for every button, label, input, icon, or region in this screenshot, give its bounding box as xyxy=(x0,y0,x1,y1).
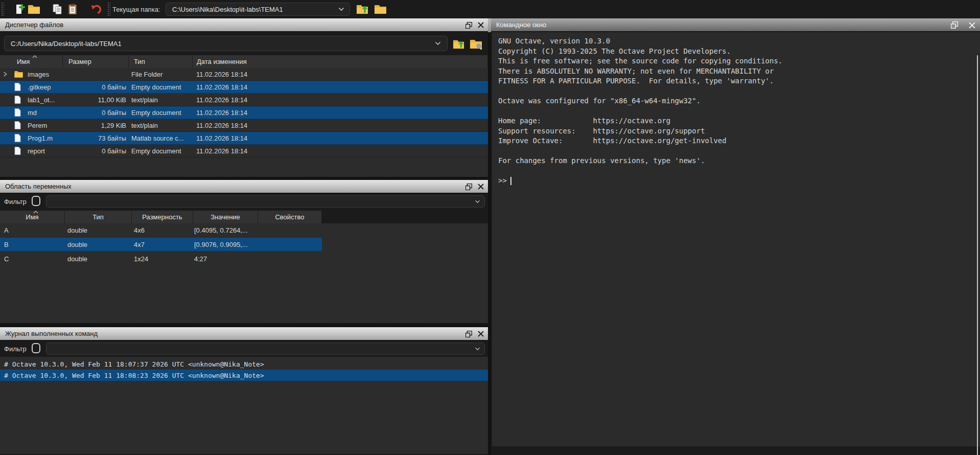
close-icon[interactable] xyxy=(477,330,485,338)
file-name: Perem xyxy=(28,122,47,129)
copy-button[interactable] xyxy=(51,3,64,16)
terminal-line: Support resources: https://octave.org/su… xyxy=(498,126,980,136)
file-name-cell: md xyxy=(0,106,63,119)
undock-icon[interactable] xyxy=(464,330,473,338)
terminal-cursor xyxy=(510,177,511,185)
file-path-combobox[interactable]: C:/Users/Nika/Desktop/it-labs/TEMA1 xyxy=(4,36,448,51)
paste-icon xyxy=(66,3,79,15)
path-browse-button[interactable] xyxy=(470,37,483,51)
file-date-cell: 11.02.2026 18:14 xyxy=(193,106,488,119)
history-filter-row: Фильтр xyxy=(0,340,488,357)
workspace-column-header-1[interactable]: Имя xyxy=(0,211,65,223)
workspace-filter-checkbox[interactable] xyxy=(32,196,40,206)
toolbar-folder-up-button[interactable] xyxy=(356,3,369,16)
variable-attr-cell xyxy=(258,223,322,237)
vertical-scrollbar[interactable] xyxy=(977,55,978,455)
undo-button[interactable] xyxy=(89,3,103,16)
new-script-button[interactable] xyxy=(13,3,27,16)
variable-attr-cell xyxy=(258,238,322,251)
workspace-column-header-4[interactable]: Значение xyxy=(193,211,258,223)
current-folder-combobox[interactable]: C:\Users\Nika\Desktop\it-labs\TEMA1 xyxy=(166,3,350,16)
variable-type-cell: double xyxy=(65,238,132,251)
file-column-header-3[interactable]: Тип xyxy=(129,55,193,68)
toolbar-separator-handle[interactable] xyxy=(107,2,110,16)
expand-arrow-icon[interactable] xyxy=(0,72,10,77)
current-folder-label: Текущая папка: xyxy=(112,0,160,18)
copy-icon xyxy=(51,3,63,15)
path-folder-up-button[interactable] xyxy=(452,37,465,51)
file-row[interactable]: imagesFile Folder11.02.2026 18:14 xyxy=(0,68,488,81)
file-date-cell: 11.02.2026 18:14 xyxy=(193,68,488,80)
workspace-column-header-5[interactable]: Свойство xyxy=(258,211,322,223)
file-size-cell: 0 байты xyxy=(63,145,129,157)
variable-row[interactable]: Adouble4x6[0.4095, 0.7264,... xyxy=(0,223,322,237)
undock-icon[interactable] xyxy=(464,21,473,29)
folder-up-icon xyxy=(356,4,369,15)
workspace-column-header-2[interactable]: Тип xyxy=(65,211,132,223)
undock-icon[interactable] xyxy=(464,183,473,191)
terminal-line: There is ABSOLUTELY NO WARRANTY; not eve… xyxy=(498,66,980,77)
file-size-cell: 0 байты xyxy=(63,81,129,93)
history-entry[interactable]: # Octave 10.3.0, Wed Feb 11 18:08:23 202… xyxy=(0,370,488,381)
toolbar-browse-button[interactable] xyxy=(374,3,387,16)
file-row[interactable]: lab1_ot...11,00 KiBtext/plain11.02.2026 … xyxy=(0,94,488,106)
file-browser-titlebar: Диспетчер файлов xyxy=(0,18,488,32)
variable-name-cell: C xyxy=(0,252,65,265)
terminal-line xyxy=(498,106,980,117)
file-name-cell: lab1_ot... xyxy=(0,94,63,106)
variable-attr-cell xyxy=(258,252,322,265)
file-date-cell: 11.02.2026 18:14 xyxy=(193,145,488,157)
variable-type-cell: double xyxy=(65,223,132,237)
terminal-line: FITNESS FOR A PARTICULAR PURPOSE. For de… xyxy=(498,76,980,86)
workspace-title: Область переменных xyxy=(5,183,72,190)
open-file-button[interactable] xyxy=(27,3,40,16)
command-window-panel: Командное окно GNU Octave, version 10.3.… xyxy=(491,18,980,455)
file-row[interactable]: .gitkeep0 байтыEmpty document11.02.2026 … xyxy=(0,81,488,94)
command-history-titlebar: Журнал выполненных команд xyxy=(0,327,488,340)
file-name: lab1_ot... xyxy=(28,96,55,104)
file-icon xyxy=(14,83,24,91)
terminal-line xyxy=(498,146,980,156)
workspace-filter-combobox[interactable] xyxy=(46,195,485,208)
terminal-line: Improve Octave: https://octave.org/get-i… xyxy=(498,136,980,146)
file-size-cell: 73 байты xyxy=(63,132,129,144)
terminal-line xyxy=(498,166,980,176)
close-icon[interactable] xyxy=(477,183,485,191)
paste-button[interactable] xyxy=(66,3,79,16)
file-table-header: ИмяРазмерТипДата изменения xyxy=(0,55,488,68)
terminal-prompt-line[interactable]: >> xyxy=(498,176,980,186)
chevron-down-icon xyxy=(435,41,441,46)
file-date-cell: 11.02.2026 18:14 xyxy=(193,119,488,131)
history-entry[interactable]: # Octave 10.3.0, Wed Feb 11 18:07:37 202… xyxy=(0,358,488,370)
command-history-title: Журнал выполненных команд xyxy=(5,330,98,337)
variable-row[interactable]: Bdouble4x7[0.9076, 0.9095,... xyxy=(0,238,322,251)
file-name: .gitkeep xyxy=(28,83,51,91)
close-icon[interactable] xyxy=(968,21,976,29)
file-row[interactable]: Perem1,29 KiBtext/plain11.02.2026 18:14 xyxy=(0,119,488,132)
file-row[interactable]: md0 байтыEmpty document11.02.2026 18:14 xyxy=(0,106,488,119)
sort-ascending-icon xyxy=(33,211,38,214)
file-row[interactable]: report0 байтыEmpty document11.02.2026 18… xyxy=(0,145,488,157)
variable-row[interactable]: Cdouble1x244:27 xyxy=(0,252,322,265)
file-row[interactable]: Prog1.m73 байтыMatlab source c...11.02.2… xyxy=(0,132,488,145)
folder-icon xyxy=(374,4,387,15)
terminal-output[interactable]: GNU Octave, version 10.3.0Copyright (C) … xyxy=(492,32,980,446)
history-filter-combobox[interactable] xyxy=(46,343,485,355)
file-date-cell: 11.02.2026 18:14 xyxy=(193,94,488,106)
history-filter-checkbox[interactable] xyxy=(32,343,40,353)
file-column-header-4[interactable]: Дата изменения xyxy=(193,55,488,68)
file-date-cell: 11.02.2026 18:14 xyxy=(193,132,488,144)
file-column-header-2[interactable]: Размер xyxy=(63,55,129,68)
undock-icon[interactable] xyxy=(950,21,959,29)
workspace-column-header-3[interactable]: Размерность xyxy=(132,211,193,223)
file-column-header-1[interactable]: Имя xyxy=(0,55,63,68)
file-icon xyxy=(14,147,24,155)
file-name-cell: .gitkeep xyxy=(0,81,63,93)
close-icon[interactable] xyxy=(477,21,485,29)
workspace-panel: Область переменных Фильтр ИмяТипРазмерно… xyxy=(0,180,488,323)
toolbar-drag-handle[interactable] xyxy=(1,2,4,16)
file-type-cell: Empty document xyxy=(129,106,193,119)
file-type-cell: File Folder xyxy=(129,68,193,80)
variable-value-cell: [0.9076, 0.9095,... xyxy=(193,238,258,251)
folder-icon xyxy=(14,71,24,78)
